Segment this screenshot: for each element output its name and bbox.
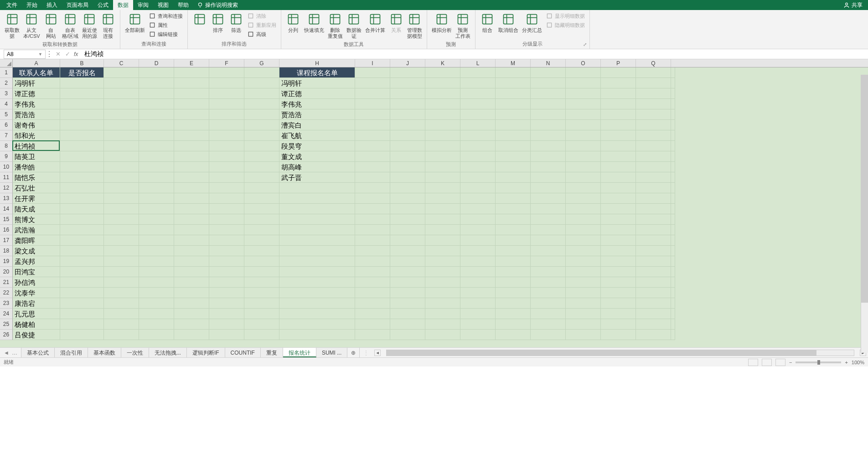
- cell-J18[interactable]: [390, 246, 425, 256]
- ribbon-small-button[interactable]: 高级: [245, 30, 278, 38]
- cell-G21[interactable]: [244, 277, 279, 288]
- cell-B26[interactable]: [60, 330, 104, 340]
- cell-G13[interactable]: [244, 193, 279, 204]
- cell-filler[interactable]: [671, 277, 675, 288]
- cell-D14[interactable]: [139, 204, 174, 214]
- row-header-26[interactable]: 26: [0, 330, 13, 340]
- cell-A20[interactable]: 田鸿宝: [13, 267, 60, 277]
- cell-F13[interactable]: [209, 193, 244, 204]
- cell-O25[interactable]: [566, 319, 601, 330]
- cell-K18[interactable]: [425, 246, 460, 256]
- cell-J8[interactable]: [390, 141, 425, 151]
- cell-H6[interactable]: 漕宾白: [279, 120, 355, 130]
- cell-P4[interactable]: [601, 99, 636, 109]
- cell-B1[interactable]: 是否报名: [60, 67, 104, 78]
- cell-M12[interactable]: [496, 183, 531, 193]
- formula-input[interactable]: 杜鸿祯: [82, 50, 868, 58]
- cell-H19[interactable]: [279, 256, 355, 267]
- cell-C15[interactable]: [104, 214, 139, 225]
- cell-N26[interactable]: [531, 330, 566, 340]
- cell-J15[interactable]: [390, 214, 425, 225]
- cell-I21[interactable]: [355, 277, 390, 288]
- cell-Q11[interactable]: [636, 172, 671, 183]
- scrollbar-thumb[interactable]: [387, 350, 816, 356]
- cell-P19[interactable]: [601, 256, 636, 267]
- column-header-E[interactable]: E: [174, 59, 209, 67]
- cell-E7[interactable]: [174, 130, 209, 141]
- cell-L19[interactable]: [460, 256, 496, 267]
- cell-H16[interactable]: [279, 225, 355, 235]
- view-pagebreak-button[interactable]: [775, 359, 785, 366]
- cell-E3[interactable]: [174, 88, 209, 99]
- cell-J25[interactable]: [390, 319, 425, 330]
- cell-K10[interactable]: [425, 162, 460, 172]
- cell-K17[interactable]: [425, 235, 460, 246]
- cell-Q13[interactable]: [636, 193, 671, 204]
- cell-E24[interactable]: [174, 309, 209, 319]
- cell-B13[interactable]: [60, 193, 104, 204]
- cell-K26[interactable]: [425, 330, 460, 340]
- cells-area[interactable]: 联系人名单是否报名课程报名名单冯明轩冯明轩谭正德谭正德李伟兆李伟兆贾浩浩贾浩浩谢…: [13, 67, 675, 340]
- cell-D11[interactable]: [139, 172, 174, 183]
- cell-O13[interactable]: [566, 193, 601, 204]
- cell-P24[interactable]: [601, 309, 636, 319]
- scroll-left-button[interactable]: ◄: [374, 350, 381, 356]
- cell-P26[interactable]: [601, 330, 636, 340]
- ribbon-button[interactable]: 管理数据模型: [405, 11, 424, 40]
- cell-I18[interactable]: [355, 246, 390, 256]
- cell-O5[interactable]: [566, 109, 601, 120]
- cell-A17[interactable]: 龚阳晖: [13, 235, 60, 246]
- cell-P20[interactable]: [601, 267, 636, 277]
- cell-M15[interactable]: [496, 214, 531, 225]
- cell-I19[interactable]: [355, 256, 390, 267]
- cell-P6[interactable]: [601, 120, 636, 130]
- cell-K5[interactable]: [425, 109, 460, 120]
- ribbon-button[interactable]: 分类汇总: [520, 11, 544, 34]
- cell-L5[interactable]: [460, 109, 496, 120]
- ribbon-button[interactable]: 从文本/CSV: [21, 11, 42, 40]
- cell-G20[interactable]: [244, 267, 279, 277]
- cell-M17[interactable]: [496, 235, 531, 246]
- cell-O14[interactable]: [566, 204, 601, 214]
- column-header-N[interactable]: N: [531, 59, 566, 67]
- cell-H12[interactable]: [279, 183, 355, 193]
- cell-L22[interactable]: [460, 288, 496, 298]
- cell-A11[interactable]: 陆恺乐: [13, 172, 60, 183]
- cell-B18[interactable]: [60, 246, 104, 256]
- cell-G19[interactable]: [244, 256, 279, 267]
- cell-H4[interactable]: 李伟兆: [279, 99, 355, 109]
- cell-K7[interactable]: [425, 130, 460, 141]
- ribbon-button[interactable]: 最近使用的源: [80, 11, 99, 40]
- cell-M21[interactable]: [496, 277, 531, 288]
- cell-L14[interactable]: [460, 204, 496, 214]
- ribbon-button[interactable]: 数据验证: [345, 11, 363, 40]
- cell-O8[interactable]: [566, 141, 601, 151]
- cell-M7[interactable]: [496, 130, 531, 141]
- cell-L15[interactable]: [460, 214, 496, 225]
- ribbon-button[interactable]: 现有连接: [99, 11, 117, 40]
- cell-C12[interactable]: [104, 183, 139, 193]
- cell-A1[interactable]: 联系人名单: [13, 67, 60, 78]
- cell-L8[interactable]: [460, 141, 496, 151]
- cell-E4[interactable]: [174, 99, 209, 109]
- cell-G17[interactable]: [244, 235, 279, 246]
- cell-D5[interactable]: [139, 109, 174, 120]
- cell-K15[interactable]: [425, 214, 460, 225]
- cell-Q18[interactable]: [636, 246, 671, 256]
- cell-D7[interactable]: [139, 130, 174, 141]
- cell-filler[interactable]: [671, 172, 675, 183]
- cell-A2[interactable]: 冯明轩: [13, 78, 60, 88]
- cell-Q24[interactable]: [636, 309, 671, 319]
- slider-thumb[interactable]: [817, 360, 820, 365]
- cell-F7[interactable]: [209, 130, 244, 141]
- cell-C22[interactable]: [104, 288, 139, 298]
- cell-D25[interactable]: [139, 319, 174, 330]
- ribbon-button[interactable]: 模拟分析: [430, 11, 454, 34]
- cell-A5[interactable]: 贾浩浩: [13, 109, 60, 120]
- cell-Q19[interactable]: [636, 256, 671, 267]
- cell-A14[interactable]: 陆天成: [13, 204, 60, 214]
- cell-C23[interactable]: [104, 298, 139, 309]
- cell-Q16[interactable]: [636, 225, 671, 235]
- cell-A9[interactable]: 陆英卫: [13, 151, 60, 162]
- cell-C5[interactable]: [104, 109, 139, 120]
